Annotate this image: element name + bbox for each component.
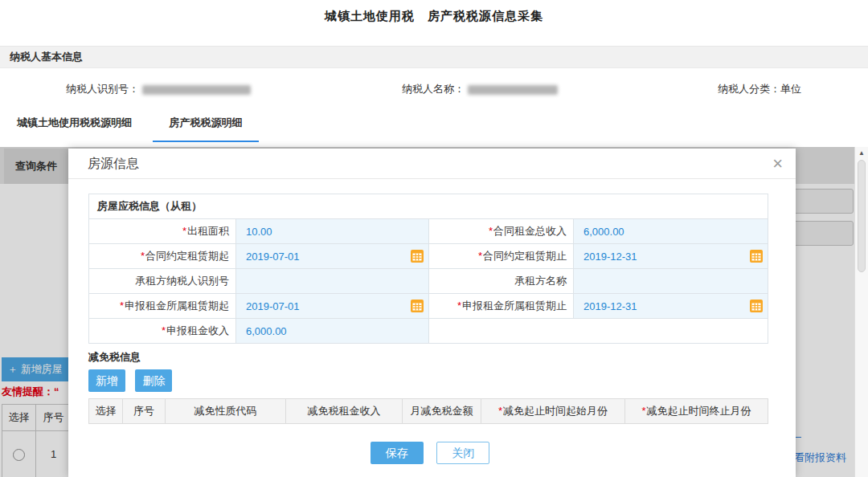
close-icon[interactable]: × [772,153,783,174]
lessee-id-field[interactable] [236,269,429,294]
declare-lease-start-field[interactable]: 2019-07-01 [236,294,429,319]
dialog-body: 房屋应税信息（从租） *出租面积 10.00 *合同租金总收入 6,000.00… [68,194,796,464]
reduction-add-button[interactable]: 新增 [88,369,125,392]
reduction-col-start-month: *减免起止时间起始月份 [481,399,625,424]
scrollbar-thumb[interactable] [858,160,866,272]
reduction-toolbar: 新增 删除 [88,369,772,392]
table-row: *出租面积 10.00 *合同租金总收入 6,000.00 [89,219,768,244]
declare-lease-end-field[interactable]: 2019-12-31 [574,294,768,319]
rent-area-label: 出租面积 [187,225,229,237]
contract-total-income-label: 合同租金总收入 [493,225,567,237]
contract-total-income-field[interactable]: 6,000.00 [574,219,768,244]
calendar-icon[interactable] [411,250,424,263]
taxable-info-table: 房屋应税信息（从租） *出租面积 10.00 *合同租金总收入 6,000.00… [88,194,768,344]
taxpayer-name-field: 纳税人名称： [402,81,558,97]
close-button[interactable]: 关闭 [436,442,489,464]
required-star: * [641,405,645,417]
declare-income-value: 6,000.00 [246,325,287,337]
tab-bar: 城镇土地使用税税源明细 房产税税源明细 [0,112,868,147]
taxpayer-id-label: 纳税人识别号： [66,83,139,95]
table-row: 承租方纳税人识别号 承租方名称 [89,269,768,294]
reduction-col-monthly-amount: 月减免税金额 [403,399,481,424]
reduction-delete-button[interactable]: 删除 [135,369,172,392]
contract-lease-start-field[interactable]: 2019-07-01 [236,244,429,269]
declare-lease-end-value: 2019-12-31 [583,300,637,312]
required-star: * [498,405,502,417]
reduction-header-row: 选择 序号 减免性质代码 减免税租金收入 月减免税金额 *减免起止时间起始月份 … [89,399,768,424]
calendar-icon[interactable] [750,300,763,312]
content-area: 查询条件 ＋ 新增房屋 友情提醒：“ 选择 序号 1 查看附报资料 ▲ [0,147,868,477]
table-row: *申报租金收入 6,000.00 [89,319,768,344]
table-caption-row: 房屋应税信息（从租） [89,194,768,219]
taxable-info-caption: 房屋应税信息（从租） [89,194,768,219]
declare-lease-start-label: 申报租金所属租赁期起 [125,300,229,312]
contract-total-income-value: 6,000.00 [583,226,624,238]
taxpayer-category-value: 单位 [780,83,801,95]
contract-lease-start-value: 2019-07-01 [246,251,300,263]
table-row: *合同约定租赁期起 2019-07-01 *合同约定租赁期止 2019-12-3… [89,244,768,269]
reduction-col-rent-income: 减免税租金收入 [286,399,403,424]
lessee-id-label: 承租方纳税人识别号 [135,275,229,287]
reduction-info-title: 减免税信息 [88,350,772,365]
taxpayer-id-value-blurred [142,85,251,95]
reduction-col-end-month: *减免起止时间终止月份 [625,399,768,424]
required-star: * [162,324,166,336]
scrollbar-up-arrow-icon[interactable]: ▲ [855,148,868,159]
reduction-col-nature-code: 减免性质代码 [166,399,286,424]
required-star: * [120,300,124,312]
calendar-icon[interactable] [411,300,424,312]
taxpayer-id-field: 纳税人识别号： [66,81,251,97]
taxpayer-name-value-blurred [468,85,558,95]
declare-lease-end-label: 申报租金所属租赁期止 [462,300,567,312]
lessee-name-field[interactable] [574,269,768,294]
taxpayer-info-row: 纳税人识别号： 纳税人名称： 纳税人分类：单位 [0,81,868,97]
taxpayer-name-label: 纳税人名称： [402,83,465,95]
dialog-header: 房源信息 × [68,149,796,179]
reduction-col-select: 选择 [89,399,123,424]
declare-income-label: 申报租金收入 [166,324,229,336]
save-button[interactable]: 保存 [371,442,424,464]
lessee-name-label: 承租方名称 [514,275,567,287]
rent-area-field[interactable]: 10.00 [236,219,429,244]
contract-lease-end-value: 2019-12-31 [583,251,637,263]
tab-land-use-tax-detail[interactable]: 城镇土地使用税税源明细 [16,112,133,142]
declare-lease-start-value: 2019-07-01 [246,300,300,312]
page: 城镇土地使用税 房产税税源信息采集 纳税人基本信息 纳税人识别号： 纳税人名称：… [0,0,868,477]
contract-lease-end-field[interactable]: 2019-12-31 [574,244,768,269]
reduction-col-seq: 序号 [123,399,166,424]
required-star: * [141,250,145,262]
contract-lease-end-label: 合同约定租赁期止 [483,250,567,262]
required-star: * [478,250,482,262]
taxpayer-category-field: 纳税人分类：单位 [718,81,801,97]
declare-income-field[interactable]: 6,000.00 [236,319,429,344]
required-star: * [489,225,493,237]
required-star: * [457,300,461,312]
contract-lease-start-label: 合同约定租赁期起 [145,250,229,262]
calendar-icon[interactable] [750,250,763,263]
page-title: 城镇土地使用税 房产税税源信息采集 [0,9,868,24]
empty-cell [429,319,768,344]
dialog-title: 房源信息 [88,149,139,179]
dialog-footer: 保存 关闭 [88,442,772,464]
required-star: * [182,225,186,237]
taxpayer-category-label: 纳税人分类： [718,83,780,95]
rent-area-value: 10.00 [246,226,272,238]
vertical-scrollbar[interactable]: ▲ [854,147,868,477]
tab-property-tax-detail[interactable]: 房产税税源明细 [153,112,259,142]
taxpayer-basic-info-header: 纳税人基本信息 [0,46,868,68]
house-info-dialog: 房源信息 × 房屋应税信息（从租） *出租面积 10.00 *合同租金总收入 6… [68,149,796,477]
reduction-table: 选择 序号 减免性质代码 减免税租金收入 月减免税金额 *减免起止时间起始月份 … [88,398,768,424]
table-row: *申报租金所属租赁期起 2019-07-01 *申报租金所属租赁期止 2019-… [89,294,768,319]
